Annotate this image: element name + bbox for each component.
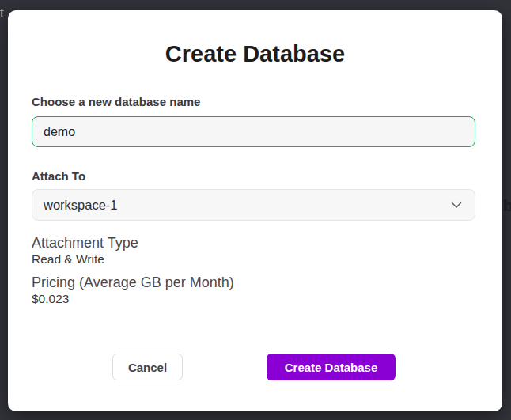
background-page-text-fragment: ba xyxy=(503,196,511,215)
pricing-value: $0.023 xyxy=(32,292,69,306)
chevron-down-icon xyxy=(449,198,464,212)
attach-to-select[interactable]: workspace-1 xyxy=(32,189,475,221)
database-name-input[interactable] xyxy=(32,116,475,147)
attachment-type-value: Read & Write xyxy=(32,252,104,267)
attach-to-label: Attach To xyxy=(32,169,85,183)
attach-to-selected-value: workspace-1 xyxy=(44,198,118,213)
background-page-text-fragment: t xyxy=(0,6,4,21)
cancel-button[interactable]: Cancel xyxy=(112,354,183,380)
create-database-modal: Create Database Choose a new database na… xyxy=(8,10,502,411)
modal-title: Create Database xyxy=(8,40,502,67)
attachment-type-label: Attachment Type xyxy=(32,235,138,252)
pricing-label: Pricing (Average GB per Month) xyxy=(32,274,234,291)
create-database-button[interactable]: Create Database xyxy=(267,354,396,380)
database-name-label: Choose a new database name xyxy=(32,95,200,108)
